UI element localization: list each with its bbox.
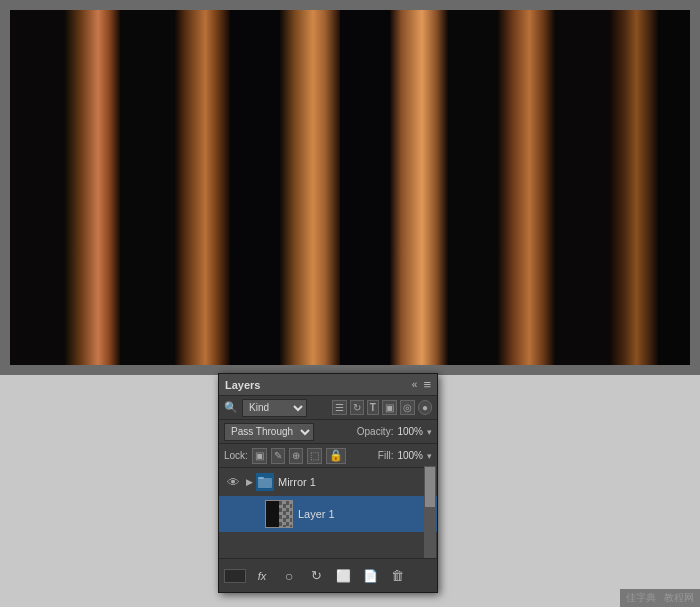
watermark-text1: 佳字典	[626, 591, 656, 605]
filter-kind-select[interactable]: Kind Name Effect Mode Attribute Color	[242, 399, 307, 417]
group-layer-name: Mirror 1	[278, 476, 316, 488]
opacity-value[interactable]: 100%	[397, 426, 423, 437]
lock-all-icon[interactable]: 🔒	[326, 448, 346, 464]
svg-rect-10	[390, 10, 448, 365]
lock-label: Lock:	[224, 450, 248, 461]
svg-rect-13	[258, 478, 272, 488]
lock-icons-group: ▣ ✎ ⊕ ⬚ 🔒	[252, 448, 346, 464]
opacity-label: Opacity:	[357, 426, 394, 437]
expand-icon-group[interactable]: ▶	[242, 475, 256, 489]
layers-panel-header-icons: « ≡	[412, 377, 431, 392]
dark-rect	[224, 569, 246, 583]
svg-rect-6	[658, 10, 690, 365]
group-folder-icon	[256, 473, 274, 491]
sub-layer-name: Layer 1	[298, 508, 335, 520]
watermark: 佳字典 教程网	[620, 589, 700, 607]
search-icon: 🔍	[224, 401, 238, 414]
filter-smart-icon[interactable]: ◎	[400, 400, 415, 415]
layers-panel-header: Layers « ≡	[219, 374, 437, 396]
svg-rect-5	[555, 10, 610, 365]
svg-rect-4	[448, 10, 498, 365]
layers-toolbar: fx ○ ↻ ⬜ 📄 🗑	[219, 558, 437, 592]
filter-shape-icon[interactable]: ▣	[382, 400, 397, 415]
layer-thumbnail	[265, 500, 293, 528]
new-layer-button[interactable]: 📄	[359, 565, 381, 587]
canvas-area	[0, 0, 700, 375]
svg-rect-8	[175, 10, 230, 365]
group-layer-mirror1[interactable]: 👁 ▶ Mirror 1	[219, 468, 437, 496]
visibility-icon-group[interactable]: 👁	[224, 473, 242, 491]
filter-row: 🔍 Kind Name Effect Mode Attribute Color …	[219, 396, 437, 420]
canvas-image	[10, 10, 690, 365]
new-group-button[interactable]: ⬜	[332, 565, 354, 587]
fill-value[interactable]: 100%	[397, 450, 423, 461]
svg-rect-12	[610, 10, 658, 365]
svg-rect-7	[65, 10, 120, 365]
opacity-dropdown-icon[interactable]: ▾	[427, 427, 432, 437]
delete-layer-button[interactable]: 🗑	[386, 565, 408, 587]
filter-type-icon[interactable]: T	[367, 400, 379, 415]
svg-rect-0	[10, 10, 65, 365]
visibility-icon-sub[interactable]	[247, 505, 265, 523]
thumb-checker-area	[279, 501, 292, 528]
lock-transparent-icon[interactable]: ▣	[252, 448, 267, 464]
filter-adjust-icon[interactable]: ↻	[350, 400, 364, 415]
sub-layer-layer1[interactable]: Layer 1	[219, 496, 437, 532]
blend-mode-select[interactable]: Pass Through Normal Dissolve Darken Mult…	[224, 423, 314, 441]
collapse-icon[interactable]: «	[412, 379, 418, 390]
fill-dropdown-icon[interactable]: ▾	[427, 451, 432, 461]
layers-panel-title: Layers	[225, 379, 260, 391]
filter-icons-group: ☰ ↻ T ▣ ◎ ●	[332, 400, 432, 415]
blend-mode-row: Pass Through Normal Dissolve Darken Mult…	[219, 420, 437, 444]
add-mask-button[interactable]: ○	[278, 565, 300, 587]
filter-toggle[interactable]: ●	[418, 400, 432, 415]
menu-icon[interactable]: ≡	[423, 377, 431, 392]
watermark-text2: 教程网	[664, 591, 694, 605]
lock-artboard-icon[interactable]: ⬚	[307, 448, 322, 464]
folder-icon-svg	[258, 476, 272, 488]
scrollbar-thumb[interactable]	[425, 467, 435, 507]
layers-panel: Layers « ≡ 🔍 Kind Name Effect Mode Attri…	[218, 373, 438, 593]
svg-rect-9	[280, 10, 340, 365]
new-adjustment-button[interactable]: ↻	[305, 565, 327, 587]
fill-label: Fill:	[378, 450, 394, 461]
lock-position-icon[interactable]: ⊕	[289, 448, 303, 464]
svg-rect-14	[258, 477, 264, 479]
lock-row: Lock: ▣ ✎ ⊕ ⬚ 🔒 Fill: 100% ▾	[219, 444, 437, 468]
svg-rect-3	[340, 10, 390, 365]
svg-rect-11	[498, 10, 555, 365]
fx-button[interactable]: fx	[251, 565, 273, 587]
lock-image-icon[interactable]: ✎	[271, 448, 285, 464]
thumb-black-area	[266, 501, 279, 528]
toolbar-dark-btn	[224, 565, 246, 587]
svg-rect-1	[120, 10, 175, 365]
filter-pixel-icon[interactable]: ☰	[332, 400, 347, 415]
svg-rect-2	[230, 10, 280, 365]
face-overlay	[10, 10, 690, 365]
